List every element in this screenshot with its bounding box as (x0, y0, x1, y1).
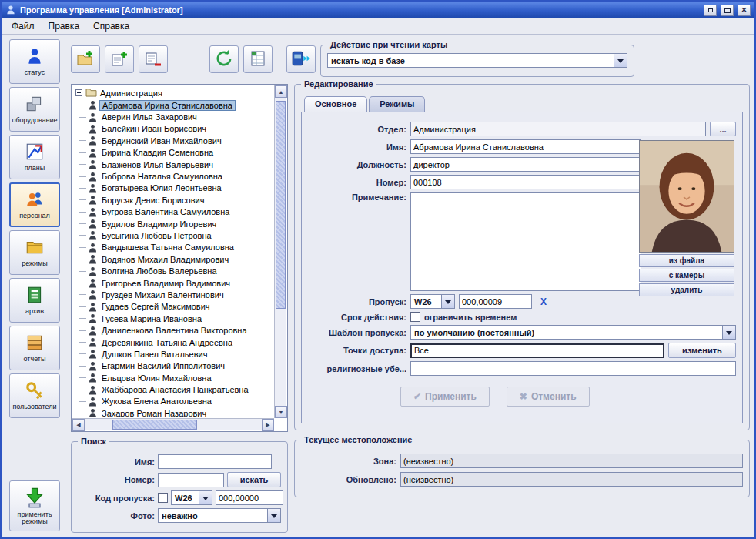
photo-from-file-button[interactable]: из файла (639, 254, 734, 267)
menu-file[interactable]: Файл (5, 19, 42, 33)
department-field[interactable] (410, 122, 706, 136)
delete-icon (144, 49, 162, 69)
number-field[interactable] (410, 175, 641, 189)
pass-code-field[interactable] (459, 294, 532, 309)
add-group-button[interactable] (71, 45, 100, 73)
tab-modes[interactable]: Режимы (369, 96, 425, 112)
tree-horizontal-scrollbar[interactable]: ◀ ▶ (72, 418, 274, 430)
card-action-combobox[interactable]: искать код в базе (327, 53, 627, 68)
tree-item-person[interactable]: Егармин Василий Ипполитович (73, 360, 273, 372)
menu-edit[interactable]: Правка (42, 19, 87, 33)
tab-main[interactable]: Основное (304, 96, 367, 112)
search-card-format-combobox[interactable]: W26 (171, 490, 212, 505)
search-photo-label: Фото: (78, 511, 155, 521)
person-icon (89, 326, 97, 336)
template-combobox[interactable]: по умолчанию (постоянный) (410, 325, 736, 340)
position-field[interactable] (410, 157, 641, 172)
close-button[interactable]: ✕ (738, 5, 751, 16)
horizontal-scroll-thumb[interactable] (112, 420, 197, 430)
export-button[interactable] (243, 45, 273, 73)
add-person-button[interactable] (105, 45, 134, 73)
tree-item-person[interactable]: Водянов Михаил Владимирович (73, 253, 273, 265)
scroll-down-icon[interactable]: ▼ (275, 406, 287, 418)
name-field[interactable] (410, 139, 641, 154)
access-change-button[interactable]: изменить (668, 343, 736, 358)
note-field[interactable] (410, 192, 641, 291)
tree-item-person[interactable]: Абрамова Ирина Станиславовна (73, 99, 273, 111)
sidebar-item-status[interactable]: статус (9, 39, 60, 84)
refresh-button[interactable] (209, 45, 239, 73)
delete-button[interactable] (139, 45, 168, 73)
pass-label: Пропуск: (308, 297, 406, 306)
person-icon (89, 230, 97, 240)
access-points-field[interactable] (410, 343, 664, 358)
tree-item-person[interactable]: Душков Павел Витальевич (73, 348, 273, 360)
pass-format-combobox[interactable]: W26 (410, 294, 455, 309)
tree-item-person[interactable]: Волгина Любовь Валерьевна (73, 265, 273, 276)
apply-button[interactable]: ✔ Применить (400, 387, 490, 407)
search-card-code-input[interactable] (216, 490, 283, 505)
apply-modes-button[interactable]: применить режимы (9, 480, 60, 531)
scroll-right-icon[interactable]: ▶ (262, 419, 274, 431)
sidebar-item-equipment[interactable]: оборудование (9, 87, 60, 132)
sidebar-item-archive[interactable]: архив (9, 278, 60, 323)
search-name-input[interactable] (158, 454, 272, 469)
sidebar-item-personnel[interactable]: персонал (9, 182, 60, 227)
validity-checkbox[interactable] (410, 312, 420, 322)
pass-clear-button[interactable]: X (536, 296, 551, 307)
tree-item-person[interactable]: Жаббарова Анастасия Панкратьевна (73, 383, 273, 395)
tree-item-person[interactable]: Боброва Наталья Самуиловна (73, 170, 273, 182)
search-card-code-checkbox[interactable] (158, 493, 168, 503)
photo-from-camera-button[interactable]: с камеры (639, 269, 734, 282)
sidebar-item-modes[interactable]: режимы (9, 230, 60, 275)
card-reader-button[interactable] (286, 45, 316, 73)
tree-item-person[interactable]: Вандышева Татьяна Самуиловна (73, 242, 273, 253)
cancel-button[interactable]: ✖ Отменить (507, 387, 590, 407)
tree-item-person[interactable]: Богатырева Юлия Леонтьевна (73, 182, 273, 194)
scroll-up-icon[interactable]: ▲ (275, 85, 287, 98)
tree-item-person[interactable]: Борусяк Денис Борисович (73, 194, 273, 206)
maximize-button[interactable] (721, 5, 734, 16)
tree-item-person[interactable]: Деревянкина Татьяна Андреевна (73, 336, 273, 348)
sidebar-item-users[interactable]: пользователи (9, 373, 60, 418)
tree-item-person[interactable]: Бердинский Иван Михайлович (73, 135, 273, 146)
search-photo-combobox[interactable]: неважно (158, 508, 281, 523)
vertical-scroll-thumb[interactable] (276, 101, 286, 309)
archive-icon (25, 285, 45, 306)
tree-item-person[interactable]: Бугрова Валентина Самуиловна (73, 206, 273, 218)
tree-item-person[interactable]: Гусева Марина Ивановна (73, 313, 273, 324)
tree-item-person[interactable]: Будилов Владимир Игоревич (73, 218, 273, 229)
person-name: Будилов Владимир Игоревич (99, 219, 219, 229)
person-name: Жукова Елена Анатольевна (99, 397, 214, 406)
religion-field[interactable] (410, 361, 736, 376)
person-icon (89, 408, 97, 417)
tree-item-person[interactable]: Даниленкова Валентина Викторовна (73, 324, 273, 336)
tree-item-person[interactable]: Блаженов Илья Валерьевич (73, 159, 273, 170)
search-number-input[interactable] (158, 473, 224, 487)
tree-item-person[interactable]: Аверин Илья Захарович (73, 111, 273, 122)
person-icon (89, 361, 97, 371)
tree-item-person[interactable]: Жукова Елена Анатольевна (73, 396, 273, 407)
tree-item-person[interactable]: Груздев Михаил Валентинович (73, 289, 273, 300)
photo-delete-button[interactable]: удалить (639, 283, 734, 296)
tree-item-person[interactable]: Ельцова Юлия Михайловна (73, 372, 273, 383)
person-icon (89, 266, 97, 276)
tree-vertical-scrollbar[interactable]: ▲ ▼ (274, 85, 286, 418)
minimize-button[interactable] (704, 5, 717, 16)
tree-item-person[interactable]: Гудаев Сергей Максимович (73, 301, 273, 313)
sidebar-item-reports[interactable]: отчеты (9, 326, 60, 370)
tree-item-person[interactable]: Балейкин Иван Борисович (73, 123, 273, 135)
menu-help[interactable]: Справка (86, 19, 136, 33)
collapse-icon[interactable] (75, 89, 82, 96)
scroll-left-icon[interactable]: ◀ (72, 419, 85, 431)
department-browse-button[interactable]: ... (710, 122, 736, 136)
tree-item-person[interactable]: Григорьев Владимир Вадимович (73, 277, 273, 289)
tree-item-person[interactable]: Бирина Клавдия Семеновна (73, 147, 273, 159)
card-action-group: Действие при чтении карты искать код в б… (320, 45, 634, 77)
tree-item-person[interactable]: Бусыгина Любовь Петровна (73, 229, 273, 241)
modes-icon (25, 237, 45, 259)
search-button[interactable]: искать (227, 472, 281, 487)
tree-root-department[interactable]: Администрация (73, 86, 273, 99)
sidebar-item-plans[interactable]: планы (9, 135, 60, 179)
tree-item-person[interactable]: Захаров Роман Назарович (73, 407, 273, 417)
